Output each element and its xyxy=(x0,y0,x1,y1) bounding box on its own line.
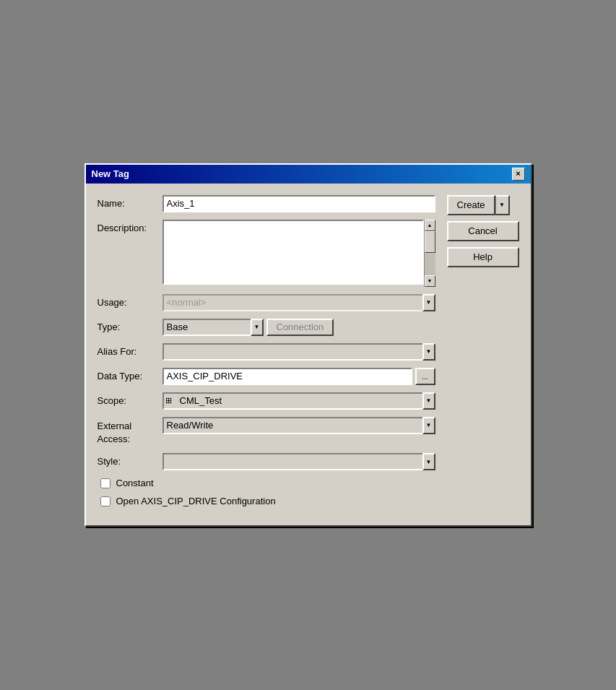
description-row: Description: ▲ ▼ xyxy=(97,220,435,287)
data-type-label: Data Type: xyxy=(97,368,162,381)
name-control-wrap xyxy=(162,195,435,212)
style-select-wrap: ▼ xyxy=(162,453,435,470)
data-type-browse-button[interactable]: ... xyxy=(415,368,435,385)
create-button[interactable]: Create xyxy=(447,195,495,215)
dialog-content: Name: Description: ▲ xyxy=(86,184,531,525)
scope-label: Scope: xyxy=(97,392,162,406)
button-area: Create ▼ Cancel Help xyxy=(447,195,519,514)
scroll-track xyxy=(425,231,435,275)
name-input[interactable] xyxy=(162,195,435,212)
data-type-wrap: ... xyxy=(162,368,435,385)
data-type-row: Data Type: ... xyxy=(97,368,435,385)
help-button[interactable]: Help xyxy=(447,247,519,267)
cancel-button[interactable]: Cancel xyxy=(447,221,519,241)
description-input[interactable] xyxy=(162,220,424,285)
alias-for-control-wrap: ▼ xyxy=(162,343,435,361)
type-label: Type: xyxy=(97,319,162,332)
usage-label: Usage: xyxy=(97,294,162,308)
description-scroll-container: ▲ ▼ xyxy=(162,220,435,287)
style-row: Style: ▼ xyxy=(97,453,435,470)
open-config-label[interactable]: Open AXIS_CIP_DRIVE Configuration xyxy=(116,496,276,506)
scroll-down-button[interactable]: ▼ xyxy=(425,275,435,287)
usage-control-wrap: <normal> ▼ xyxy=(162,294,435,311)
name-label: Name: xyxy=(97,195,162,209)
scope-select-wrap: ⊞ CML_Test ▼ xyxy=(162,392,435,410)
scope-select[interactable]: CML_Test xyxy=(162,392,435,410)
scope-control-wrap: ⊞ CML_Test ▼ xyxy=(162,392,435,410)
dialog-title: New Tag xyxy=(92,168,130,179)
usage-select[interactable]: <normal> xyxy=(162,294,435,311)
style-control-wrap: ▼ xyxy=(162,453,435,470)
constant-row: Constant xyxy=(97,478,435,488)
connection-button[interactable]: Connection xyxy=(266,319,334,336)
scope-row: Scope: ⊞ CML_Test ▼ xyxy=(97,392,435,410)
constant-label[interactable]: Constant xyxy=(116,478,154,488)
form-area: Name: Description: ▲ xyxy=(97,195,435,514)
type-select[interactable]: Base Alias Produced Consumed xyxy=(162,319,264,336)
create-button-wrap: Create ▼ xyxy=(447,195,519,215)
open-config-checkbox[interactable] xyxy=(100,496,110,506)
usage-select-wrap: <normal> ▼ xyxy=(162,294,435,311)
description-scrollbar: ▲ ▼ xyxy=(424,220,435,287)
data-type-control-wrap: ... xyxy=(162,368,435,385)
title-bar: New Tag × xyxy=(86,165,531,184)
type-control-wrap: Base Alias Produced Consumed ▼ Connectio… xyxy=(162,319,435,336)
alias-for-select[interactable] xyxy=(162,343,435,361)
open-config-row: Open AXIS_CIP_DRIVE Configuration xyxy=(97,496,435,506)
constant-checkbox[interactable] xyxy=(100,478,110,488)
close-button[interactable]: × xyxy=(512,168,525,181)
description-control-wrap: ▲ ▼ xyxy=(162,220,435,287)
usage-row: Usage: <normal> ▼ xyxy=(97,294,435,311)
create-dropdown-button[interactable]: ▼ xyxy=(495,195,510,215)
type-select-wrap: Base Alias Produced Consumed ▼ xyxy=(162,319,264,336)
alias-for-label: Alias For: xyxy=(97,343,162,357)
external-access-label: External Access: xyxy=(97,417,162,446)
style-select[interactable] xyxy=(162,453,435,470)
alias-for-row: Alias For: ▼ xyxy=(97,343,435,361)
style-label: Style: xyxy=(97,453,162,467)
name-row: Name: xyxy=(97,195,435,212)
external-access-row: External Access: Read/Write Read Only No… xyxy=(97,417,435,446)
new-tag-dialog: New Tag × Name: Description: ▲ xyxy=(84,163,532,527)
scroll-thumb[interactable] xyxy=(425,231,435,253)
external-access-select-wrap: Read/Write Read Only None ▼ xyxy=(162,417,435,434)
type-row: Type: Base Alias Produced Consumed ▼ Con… xyxy=(97,319,435,336)
alias-for-select-wrap: ▼ xyxy=(162,343,435,361)
data-type-input[interactable] xyxy=(162,368,412,385)
scroll-up-button[interactable]: ▲ xyxy=(425,220,435,231)
external-access-control-wrap: Read/Write Read Only None ▼ xyxy=(162,417,435,434)
description-label: Description: xyxy=(97,220,162,233)
external-access-select[interactable]: Read/Write Read Only None xyxy=(162,417,435,434)
